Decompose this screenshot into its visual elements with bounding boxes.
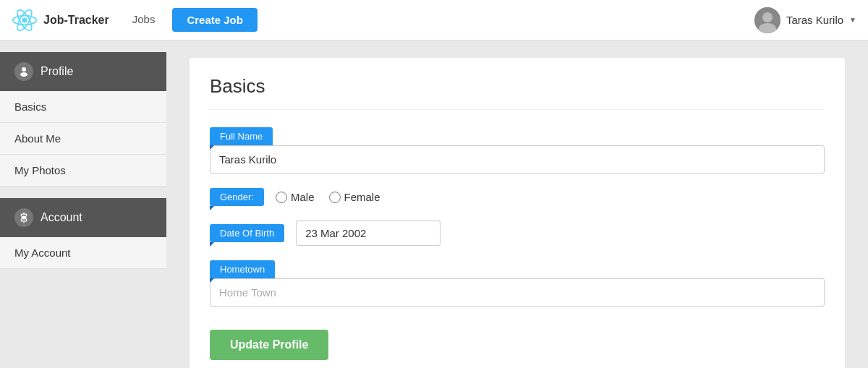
gender-label: Gender: <box>210 188 264 206</box>
gender-male-option[interactable]: Male <box>276 191 315 203</box>
brand[interactable]: Job-Tracker <box>12 7 109 33</box>
gender-male-label: Male <box>291 191 315 203</box>
hometown-field-group: Hometown <box>210 260 825 307</box>
dob-input[interactable] <box>296 221 441 246</box>
sidebar-item-my-photos[interactable]: My Photos <box>0 155 166 187</box>
gender-radio-group: Male Female <box>276 191 380 203</box>
sidebar-section-profile-label: Profile <box>41 65 73 78</box>
full-name-input[interactable] <box>210 145 825 174</box>
gender-female-radio[interactable] <box>329 192 341 203</box>
gender-female-option[interactable]: Female <box>329 191 380 203</box>
sidebar-item-about-me[interactable]: About Me <box>0 123 166 155</box>
gender-female-label: Female <box>344 191 380 203</box>
dob-field-group: Date Of Birth <box>210 221 825 246</box>
dob-label: Date Of Birth <box>210 224 284 242</box>
svg-point-9 <box>22 216 26 220</box>
update-profile-button[interactable]: Update Profile <box>210 330 328 360</box>
user-dropdown-arrow: ▼ <box>849 16 856 24</box>
gear-icon <box>14 208 33 227</box>
sidebar-item-my-account[interactable]: My Account <box>0 237 166 269</box>
navbar: Job-Tracker Jobs Create Job Taras Kurilo… <box>0 0 868 40</box>
create-job-button[interactable]: Create Job <box>172 8 258 32</box>
svg-point-7 <box>22 67 26 72</box>
card-title: Basics <box>210 75 825 110</box>
hometown-label: Hometown <box>210 260 275 278</box>
full-name-label: Full Name <box>210 127 273 145</box>
main-layout: Profile Basics About Me My Photos Accoun… <box>0 40 868 368</box>
brand-label: Job-Tracker <box>43 14 109 27</box>
user-menu[interactable]: Taras Kurilo ▼ <box>754 7 856 33</box>
nav-jobs-link[interactable]: Jobs <box>121 7 167 33</box>
svg-point-8 <box>20 72 27 77</box>
hometown-input[interactable] <box>210 278 825 307</box>
avatar <box>754 7 780 33</box>
sidebar-section-account-label: Account <box>41 211 82 224</box>
gender-male-radio[interactable] <box>276 192 287 203</box>
basics-card: Basics Full Name Gender: Male Female <box>190 58 845 368</box>
sidebar-section-profile[interactable]: Profile <box>0 52 166 91</box>
user-name: Taras Kurilo <box>786 14 843 26</box>
svg-point-5 <box>762 12 773 22</box>
sidebar: Profile Basics About Me My Photos Accoun… <box>0 40 166 368</box>
person-icon <box>14 62 33 81</box>
gender-field-group: Gender: Male Female <box>210 188 825 206</box>
react-icon <box>12 7 38 33</box>
full-name-field-group: Full Name <box>210 127 825 174</box>
main-content: Basics Full Name Gender: Male Female <box>166 40 868 368</box>
sidebar-item-basics[interactable]: Basics <box>0 91 166 123</box>
sidebar-section-account[interactable]: Account <box>0 198 166 237</box>
svg-point-0 <box>22 17 27 22</box>
